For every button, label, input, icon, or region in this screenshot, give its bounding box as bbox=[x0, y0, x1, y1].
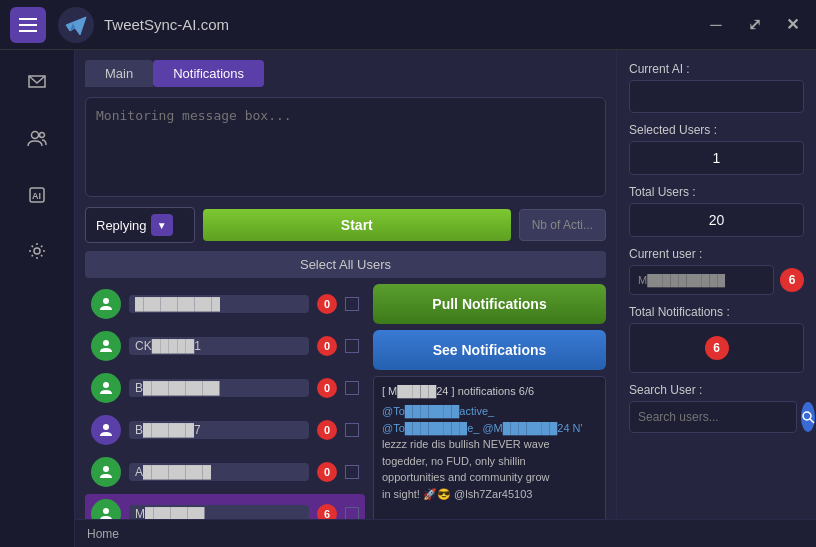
maximize-button[interactable]: ⤢ bbox=[740, 11, 768, 39]
notifications-box: [ M█████24 ] notifications 6/6 @To██████… bbox=[373, 376, 606, 537]
app-logo bbox=[58, 7, 94, 43]
person-icon bbox=[98, 422, 114, 438]
current-user-section: Current user : M██████████ 6 bbox=[629, 247, 804, 295]
current-user-badge: 6 bbox=[780, 268, 804, 292]
current-user-label: Current user : bbox=[629, 247, 804, 261]
svg-line-15 bbox=[810, 419, 814, 423]
total-notif-section: Total Notifications : 6 bbox=[629, 305, 804, 373]
window-controls: ─ ⤢ ✕ bbox=[702, 11, 806, 39]
user-badge: 0 bbox=[317, 294, 337, 314]
search-user-label: Search User : bbox=[629, 383, 804, 397]
current-user-value: M██████████ bbox=[629, 265, 774, 295]
tabs: Main Notifications bbox=[85, 60, 606, 87]
user-badge: 0 bbox=[317, 462, 337, 482]
search-icon bbox=[801, 410, 815, 424]
user-avatar bbox=[91, 331, 121, 361]
pull-notifications-button[interactable]: Pull Notifications bbox=[373, 284, 606, 324]
user-avatar bbox=[91, 415, 121, 445]
svg-point-1 bbox=[32, 132, 39, 139]
svg-point-8 bbox=[103, 382, 109, 388]
user-checkbox[interactable] bbox=[345, 423, 359, 437]
person-icon bbox=[98, 338, 114, 354]
person-icon bbox=[98, 464, 114, 480]
app-body: AI Main Notifications Replying ▼ Start N… bbox=[0, 50, 816, 547]
tab-notifications[interactable]: Notifications bbox=[153, 60, 264, 87]
app-title: TweetSync-AI.com bbox=[104, 16, 702, 33]
sidebar: AI bbox=[0, 50, 75, 547]
user-name: B█████████ bbox=[129, 379, 309, 397]
sidebar-item-messages[interactable] bbox=[14, 60, 60, 106]
list-item[interactable]: B██████7 0 bbox=[85, 410, 365, 450]
total-users-value: 20 bbox=[629, 203, 804, 237]
dropdown-arrow-icon: ▼ bbox=[151, 214, 173, 236]
main-content: Main Notifications Replying ▼ Start Nb o… bbox=[75, 50, 616, 547]
current-ai-input[interactable] bbox=[629, 80, 804, 113]
user-badge: 0 bbox=[317, 420, 337, 440]
user-badge: 0 bbox=[317, 336, 337, 356]
selected-users-value: 1 bbox=[629, 141, 804, 175]
footer: Home bbox=[75, 519, 816, 547]
svg-point-2 bbox=[40, 133, 45, 138]
bottom-section: ██████████ 0 CK█████1 0 B█████████ 0 bbox=[85, 284, 606, 537]
notif-box-header: [ M█████24 ] notifications 6/6 bbox=[382, 385, 597, 397]
user-checkbox[interactable] bbox=[345, 465, 359, 479]
user-list: ██████████ 0 CK█████1 0 B█████████ 0 bbox=[85, 284, 365, 537]
notif-text: @To███████active_@To████████e_ @M███████… bbox=[382, 403, 597, 502]
svg-point-7 bbox=[103, 340, 109, 346]
search-row bbox=[629, 401, 804, 433]
see-notifications-button[interactable]: See Notifications bbox=[373, 330, 606, 370]
replying-label: Replying bbox=[96, 218, 147, 233]
svg-point-11 bbox=[103, 508, 109, 514]
user-checkbox[interactable] bbox=[345, 297, 359, 311]
total-users-section: Total Users : 20 bbox=[629, 185, 804, 237]
svg-point-6 bbox=[103, 298, 109, 304]
right-panel: Current AI : Selected Users : 1 Total Us… bbox=[616, 50, 816, 547]
notification-panel: Pull Notifications See Notifications [ M… bbox=[373, 284, 606, 537]
footer-text: Home bbox=[87, 527, 119, 541]
select-all-bar[interactable]: Select All Users bbox=[85, 251, 606, 278]
current-ai-section: Current AI : bbox=[629, 62, 804, 113]
search-input[interactable] bbox=[629, 401, 797, 433]
list-item[interactable]: B█████████ 0 bbox=[85, 368, 365, 408]
search-button[interactable] bbox=[801, 402, 815, 432]
users-icon bbox=[26, 128, 48, 150]
message-box[interactable] bbox=[85, 97, 606, 197]
gear-icon bbox=[26, 240, 48, 262]
control-row: Replying ▼ Start Nb of Acti... bbox=[85, 207, 606, 243]
user-badge: 0 bbox=[317, 378, 337, 398]
user-checkbox[interactable] bbox=[345, 381, 359, 395]
svg-point-9 bbox=[103, 424, 109, 430]
total-users-label: Total Users : bbox=[629, 185, 804, 199]
user-avatar bbox=[91, 373, 121, 403]
start-button[interactable]: Start bbox=[203, 209, 511, 241]
svg-point-5 bbox=[34, 248, 40, 254]
user-name: CK█████1 bbox=[129, 337, 309, 355]
replying-button[interactable]: Replying ▼ bbox=[85, 207, 195, 243]
list-item[interactable]: ██████████ 0 bbox=[85, 284, 365, 324]
user-name: A████████ bbox=[129, 463, 309, 481]
user-name: ██████████ bbox=[129, 295, 309, 313]
user-name: B██████7 bbox=[129, 421, 309, 439]
current-user-row: M██████████ 6 bbox=[629, 265, 804, 295]
title-bar: TweetSync-AI.com ─ ⤢ ✕ bbox=[0, 0, 816, 50]
close-button[interactable]: ✕ bbox=[778, 11, 806, 39]
messages-icon bbox=[26, 72, 48, 94]
tab-main[interactable]: Main bbox=[85, 60, 153, 87]
total-notif-badge: 6 bbox=[705, 336, 729, 360]
list-item[interactable]: A████████ 0 bbox=[85, 452, 365, 492]
search-user-section: Search User : bbox=[629, 383, 804, 433]
user-avatar bbox=[91, 289, 121, 319]
svg-text:AI: AI bbox=[32, 191, 41, 201]
person-icon bbox=[98, 380, 114, 396]
svg-point-10 bbox=[103, 466, 109, 472]
sidebar-item-ai[interactable]: AI bbox=[14, 172, 60, 218]
list-item[interactable]: CK█████1 0 bbox=[85, 326, 365, 366]
menu-button[interactable] bbox=[10, 7, 46, 43]
sidebar-item-users[interactable] bbox=[14, 116, 60, 162]
svg-point-14 bbox=[803, 412, 811, 420]
user-checkbox[interactable] bbox=[345, 339, 359, 353]
sidebar-item-settings[interactable] bbox=[14, 228, 60, 274]
selected-users-section: Selected Users : 1 bbox=[629, 123, 804, 175]
minimize-button[interactable]: ─ bbox=[702, 11, 730, 39]
nb-actions-button[interactable]: Nb of Acti... bbox=[519, 209, 606, 241]
